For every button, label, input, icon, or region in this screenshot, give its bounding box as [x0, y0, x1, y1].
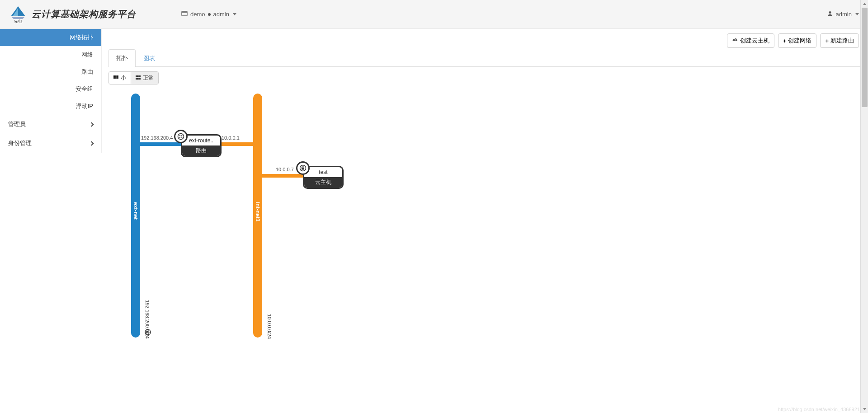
caret-down-icon	[233, 13, 236, 15]
chevron-right-icon	[90, 141, 94, 145]
sidebar: 网络拓扑 网络 路由 安全组 浮动IP 管理员 身份管理	[0, 29, 102, 153]
topology-canvas[interactable]: ext-net 192.168.200.0/24 int-net1 10.0.0…	[108, 94, 861, 347]
router-icon	[174, 130, 188, 143]
sidebar-item-label: 路由	[81, 68, 93, 76]
network-cidr: 10.0.0.0/24	[267, 314, 272, 339]
tab-label: 拓扑	[116, 55, 128, 61]
ip-label: 10.0.0.7	[276, 167, 294, 172]
sidebar-item-floating-ips[interactable]: 浮动IP	[0, 98, 101, 115]
svg-rect-12	[136, 75, 138, 77]
network-name: int-net1	[255, 202, 261, 221]
instance-node[interactable]: test 云主机	[303, 166, 344, 189]
plus-icon: +	[783, 38, 787, 44]
device-type: 路由	[182, 145, 220, 156]
bullet-icon	[208, 13, 211, 16]
router-node[interactable]: ext-route.. 路由	[181, 134, 222, 157]
server-icon	[296, 161, 310, 175]
plus-icon: +	[825, 38, 829, 44]
chevron-right-icon	[90, 122, 94, 127]
brand: 先电 云计算基础架构服务平台	[9, 5, 136, 23]
svg-rect-14	[136, 78, 138, 80]
project-name: demo	[190, 11, 205, 18]
user-icon	[827, 10, 833, 18]
sidebar-item-label: 浮动IP	[76, 102, 93, 110]
tab-topology[interactable]: 拓扑	[108, 49, 136, 67]
svg-rect-10	[115, 77, 117, 79]
sidebar-item-label: 网络拓扑	[70, 33, 93, 42]
device-type: 云主机	[304, 177, 342, 188]
create-network-button[interactable]: + 创建网络	[778, 33, 817, 48]
globe-icon	[145, 329, 151, 338]
svg-rect-3	[182, 11, 187, 16]
tab-label: 图表	[143, 55, 155, 61]
caret-down-icon	[855, 13, 859, 15]
sidebar-item-label: 安全组	[75, 85, 93, 93]
view-tabs: 拓扑 图表	[108, 49, 861, 67]
network-name: ext-net	[132, 202, 139, 220]
grid-normal-icon	[136, 75, 141, 81]
button-label: 小	[121, 74, 126, 82]
topbar: 先电 云计算基础架构服务平台 demo admin admin	[0, 0, 868, 29]
vertical-scrollbar[interactable]	[860, 0, 868, 353]
cloud-upload-icon	[732, 38, 738, 44]
user-dropdown[interactable]: admin	[827, 10, 859, 18]
svg-marker-23	[863, 3, 866, 5]
tab-graph[interactable]: 图表	[136, 49, 163, 67]
svg-rect-15	[138, 78, 141, 80]
network-bar-ext-net[interactable]: ext-net 192.168.200.0/24	[131, 94, 140, 338]
brand-logo-text: 先电	[9, 19, 27, 24]
scroll-up-arrow-icon[interactable]	[861, 0, 868, 8]
scroll-thumb[interactable]	[862, 8, 868, 107]
svg-point-5	[829, 11, 831, 14]
sidebar-item-network-topology[interactable]: 网络拓扑	[0, 29, 101, 46]
device-name: ext-route..	[182, 136, 220, 145]
svg-point-19	[178, 134, 184, 140]
button-label: 创建网络	[788, 37, 811, 45]
sidebar-item-label: 网络	[81, 51, 93, 59]
sidebar-group-identity[interactable]: 身份管理	[0, 134, 101, 153]
create-instance-button[interactable]: 创建云主机	[727, 33, 774, 48]
device-name: test	[304, 167, 342, 177]
link-ext-router	[136, 142, 181, 146]
sidebar-group-label: 身份管理	[8, 139, 32, 147]
svg-rect-13	[138, 75, 141, 77]
grid-small-icon	[113, 75, 119, 81]
project-context-dropdown[interactable]: demo admin	[181, 10, 236, 18]
svg-rect-6	[113, 75, 115, 77]
svg-rect-7	[115, 75, 117, 77]
svg-rect-9	[113, 77, 115, 79]
sidebar-group-admin[interactable]: 管理员	[0, 115, 101, 134]
context-user: admin	[213, 11, 229, 18]
button-label: 新建路由	[830, 37, 854, 45]
button-label: 创建云主机	[740, 37, 769, 45]
size-normal-button[interactable]: 正常	[131, 71, 159, 84]
ip-label: 10.0.0.1	[222, 135, 240, 141]
main-content: 创建云主机 + 创建网络 + 新建路由 拓扑 图表 小 正常	[102, 29, 868, 353]
button-label: 正常	[143, 74, 154, 82]
svg-rect-22	[302, 167, 304, 168]
action-buttons: 创建云主机 + 创建网络 + 新建路由	[727, 33, 859, 48]
sidebar-group-label: 管理员	[8, 120, 26, 128]
ip-label: 192.168.200.4	[141, 135, 173, 141]
network-bar-int-net1[interactable]: int-net1 10.0.0.0/24	[253, 94, 262, 338]
sidebar-item-routers[interactable]: 路由	[0, 63, 101, 80]
user-name: admin	[836, 11, 852, 18]
link-instance-int	[258, 174, 303, 178]
create-router-button[interactable]: + 新建路由	[820, 33, 859, 48]
size-toggle: 小 正常	[108, 71, 159, 84]
svg-rect-11	[117, 77, 118, 79]
window-icon	[181, 10, 188, 18]
size-small-button[interactable]: 小	[108, 71, 131, 84]
sidebar-item-security-groups[interactable]: 安全组	[0, 80, 101, 98]
brand-logo-icon: 先电	[9, 5, 27, 23]
svg-rect-8	[117, 75, 118, 77]
sidebar-item-networks[interactable]: 网络	[0, 46, 101, 63]
brand-title: 云计算基础架构服务平台	[32, 8, 136, 20]
